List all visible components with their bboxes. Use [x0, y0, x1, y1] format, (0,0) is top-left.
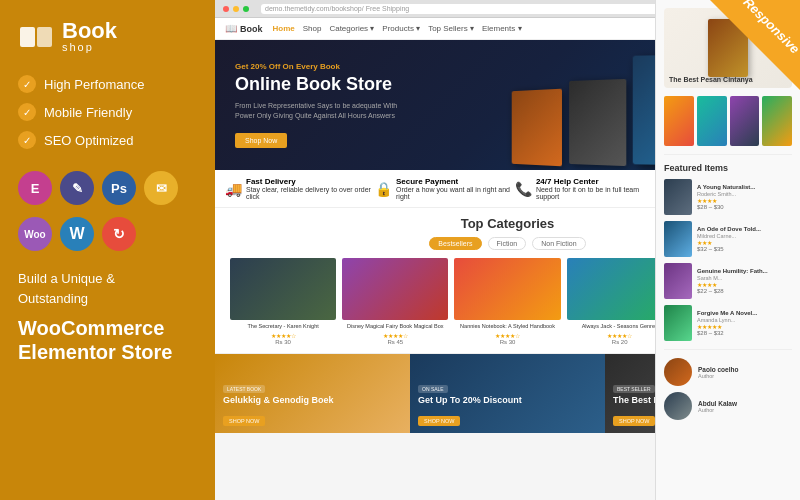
book-thumb-3	[454, 258, 560, 320]
strip-title-2: Secure Payment	[396, 177, 515, 186]
author-role-2: Author	[698, 407, 737, 413]
right-book-3[interactable]: Genuine Humility: Fath... Sarah M... ★★★…	[664, 263, 792, 299]
author-info-2: Abdul Kalaw Author	[698, 400, 737, 413]
tech-icons-row-1: E ✎ Ps ✉	[18, 171, 197, 205]
store-logo-icon: 📖	[225, 23, 237, 34]
rb-thumb-1	[664, 179, 692, 215]
strip-feature-2: 🔒 Secure Payment Order a how you want al…	[375, 177, 515, 200]
edit-icon: ✎	[60, 171, 94, 205]
promo-btn-1[interactable]: SHOP NOW	[223, 416, 265, 426]
author-item-2: Abdul Kalaw Author	[664, 392, 792, 420]
right-book-2[interactable]: An Ode of Dove Told... Mildred Carne... …	[664, 221, 792, 257]
rb-thumb-3	[664, 263, 692, 299]
features-list: ✓ High Perfomance ✓ Mobile Friendly ✓ SE…	[18, 75, 197, 149]
strip-text-3: 24/7 Help Center Need to for it on to be…	[536, 177, 654, 200]
book-item-2[interactable]: Disney Magical Fairy Book Magical Box ★★…	[342, 258, 448, 345]
rb-price-2: $32 – $35	[697, 246, 792, 252]
nav-products[interactable]: Products ▾	[382, 24, 420, 33]
rb-title-2: An Ode of Dove Told...	[697, 226, 792, 234]
book-thumb-2	[342, 258, 448, 320]
color-book-1	[664, 96, 694, 146]
promo-btn-3[interactable]: SHOP NOW	[613, 416, 655, 426]
strip-desc-3: Need to for it on to be in full team sup…	[536, 186, 654, 200]
wordpress-icon: W	[60, 217, 94, 251]
color-book-2	[697, 96, 727, 146]
feature-label-1: High Perfomance	[44, 77, 144, 92]
check-icon-2: ✓	[18, 103, 36, 121]
book-item-1[interactable]: The Secretary - Karen Knight ★★★★☆ Rs 30	[230, 258, 336, 345]
nav-elements[interactable]: Elements ▾	[482, 24, 522, 33]
book-title-1: The Secretary - Karen Knight	[230, 323, 336, 330]
feature-item-2: ✓ Mobile Friendly	[18, 103, 197, 121]
strip-feature-1: 🚚 Fast Delivery Stay clear, reliable del…	[225, 177, 375, 200]
book-price-1: Rs 30	[230, 339, 336, 345]
strip-desc-2: Order a how you want all in right and ri…	[396, 186, 515, 200]
feature-label-3: SEO Optimized	[44, 133, 134, 148]
rb-info-2: An Ode of Dove Told... Mildred Carne... …	[697, 226, 792, 253]
left-panel: Book shop ✓ High Perfomance ✓ Mobile Fri…	[0, 0, 215, 500]
strip-desc-1: Stay clear, reliable delivery to over or…	[246, 186, 375, 200]
build-text: Build a Unique &Outstanding	[18, 269, 197, 308]
rb-info-1: A Young Naturalist... Roderic Smith... ★…	[697, 184, 792, 211]
promo-content-1: LATEST BOOK Gelukkig & Genodig Boek SHOP…	[223, 377, 334, 427]
promo-content-2: ON SALE Get Up To 20% Discount SHOP NOW	[418, 377, 522, 427]
right-book-1[interactable]: A Young Naturalist... Roderic Smith... ★…	[664, 179, 792, 215]
author-info-1: Paolo coelho Author	[698, 366, 738, 379]
book-icon	[18, 23, 54, 51]
strip-text-2: Secure Payment Order a how you want all …	[396, 177, 515, 200]
logo-shop: shop	[62, 42, 117, 53]
browser-dot-green	[243, 6, 249, 12]
book-title-3: Nannies Notebook: A Styled Handbook	[454, 323, 560, 330]
featured-book-title: The Best Pesan Cintanya	[669, 76, 787, 84]
right-divider-1	[664, 154, 792, 155]
rb-info-4: Forgive Me A Novel... Amanda Lynn... ★★★…	[697, 310, 792, 337]
strip-title-3: 24/7 Help Center	[536, 177, 654, 186]
author-section: Paolo coelho Author Abdul Kalaw Author	[664, 358, 792, 420]
book-title-2: Disney Magical Fairy Book Magical Box	[342, 323, 448, 330]
promo-title-1: Gelukkig & Genodig Boek	[223, 395, 334, 406]
right-panel: The Best Pesan Cintanya Featured Items A…	[655, 0, 800, 500]
rb-stars-1: ★★★★	[697, 197, 792, 204]
promo-tag-3: BEST SELLER	[613, 385, 655, 393]
hero-subtitle: From Live Representative Says to be adeq…	[235, 101, 415, 121]
hero-shop-button[interactable]: Shop Now	[235, 133, 287, 148]
rb-price-4: $28 – $32	[697, 330, 792, 336]
nav-top-sellers[interactable]: Top Sellers ▾	[428, 24, 474, 33]
rb-stars-3: ★★★★	[697, 281, 792, 288]
elementor-icon: E	[18, 171, 52, 205]
nav-home[interactable]: Home	[273, 24, 295, 33]
help-icon: 📞	[515, 181, 532, 197]
mailchimp-icon: ✉	[144, 171, 178, 205]
promo-tag-2: ON SALE	[418, 385, 448, 393]
feature-label-2: Mobile Friendly	[44, 105, 132, 120]
browser-dot-yellow	[233, 6, 239, 12]
store-logo-text: Book	[240, 24, 263, 34]
book-stars-2: ★★★★☆	[342, 332, 448, 339]
promo-title-2: Get Up To 20% Discount	[418, 395, 522, 406]
photoshop-icon: Ps	[102, 171, 136, 205]
check-icon-3: ✓	[18, 131, 36, 149]
rb-thumb-4	[664, 305, 692, 341]
nav-shop[interactable]: Shop	[303, 24, 322, 33]
tab-fiction[interactable]: Fiction	[488, 237, 527, 250]
book-item-3[interactable]: Nannies Notebook: A Styled Handbook ★★★★…	[454, 258, 560, 345]
right-divider-2	[664, 349, 792, 350]
nav-categories[interactable]: Categories ▾	[329, 24, 374, 33]
rb-stars-2: ★★★	[697, 239, 792, 246]
promo-item-1: LATEST BOOK Gelukkig & Genodig Boek SHOP…	[215, 354, 410, 433]
tab-bestsellers[interactable]: Bestsellers	[429, 237, 481, 250]
tab-nonfiction[interactable]: Non Fiction	[532, 237, 585, 250]
feature-item-1: ✓ High Perfomance	[18, 75, 197, 93]
rb-price-3: $22 – $28	[697, 288, 792, 294]
strip-title-1: Fast Delivery	[246, 177, 375, 186]
strip-text-1: Fast Delivery Stay clear, reliable deliv…	[246, 177, 375, 200]
rb-price-1: $28 – $30	[697, 204, 792, 210]
book-price-3: Rs 30	[454, 339, 560, 345]
rb-stars-4: ★★★★★	[697, 323, 792, 330]
promo-btn-2[interactable]: SHOP NOW	[418, 416, 460, 426]
book-stars-1: ★★★★☆	[230, 332, 336, 339]
store-logo: 📖 Book	[225, 23, 263, 34]
book-stars-3: ★★★★☆	[454, 332, 560, 339]
right-book-4[interactable]: Forgive Me A Novel... Amanda Lynn... ★★★…	[664, 305, 792, 341]
nav-items[interactable]: Home Shop Categories ▾ Products ▾ Top Se…	[273, 24, 522, 33]
